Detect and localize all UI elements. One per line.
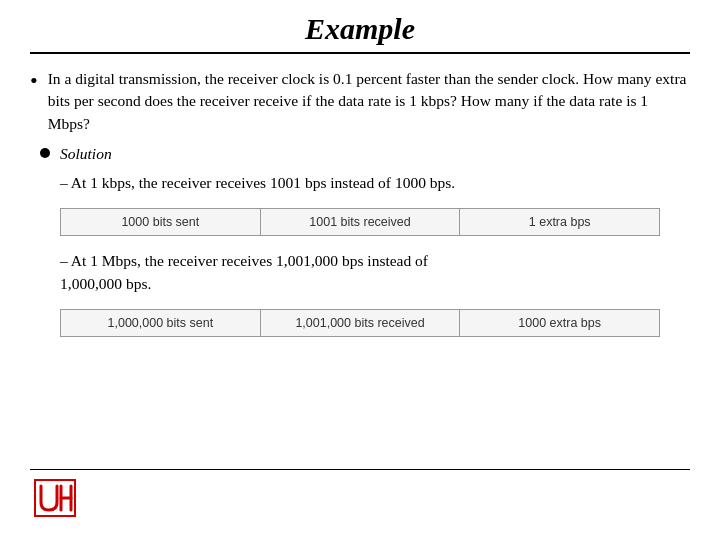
solution-item-2: – At 1 Mbps, the receiver receives 1,001… bbox=[60, 250, 690, 295]
content: • In a digital transmission, the receive… bbox=[30, 54, 690, 469]
bullet-row: • In a digital transmission, the receive… bbox=[30, 68, 690, 135]
solution-item-2-line1: – At 1 Mbps, the receiver receives 1,001… bbox=[60, 252, 428, 269]
diagram-1-cell-3: 1 extra bps bbox=[460, 209, 659, 235]
solution-item-1: – At 1 kbps, the receiver receives 1001 … bbox=[60, 172, 690, 194]
footer bbox=[30, 469, 690, 520]
uh-logo-svg bbox=[33, 478, 77, 518]
solution-row: Solution bbox=[40, 143, 690, 165]
diagram-2-cell-1: 1,000,000 bits sent bbox=[61, 310, 261, 336]
diagram-1-cell-2: 1001 bits received bbox=[261, 209, 461, 235]
diagram-1: 1000 bits sent 1001 bits received 1 extr… bbox=[60, 208, 660, 236]
solution-label: Solution bbox=[60, 143, 112, 165]
page-title: Example bbox=[305, 12, 415, 45]
diagram-2-cell-3: 1000 extra bps bbox=[460, 310, 659, 336]
uh-logo bbox=[30, 476, 80, 520]
diagram-2: 1,000,000 bits sent 1,001,000 bits recei… bbox=[60, 309, 660, 337]
solution-item-1-text: – At 1 kbps, the receiver receives 1001 … bbox=[60, 174, 455, 191]
title-area: Example bbox=[30, 0, 690, 54]
solution-bullet-icon bbox=[40, 148, 50, 158]
solution-item-2-line2: 1,000,000 bps. bbox=[60, 275, 151, 292]
bullet-icon: • bbox=[30, 66, 38, 97]
page: Example • In a digital transmission, the… bbox=[0, 0, 720, 540]
diagram-2-cell-2: 1,001,000 bits received bbox=[261, 310, 461, 336]
bullet-text: In a digital transmission, the receiver … bbox=[48, 68, 690, 135]
diagram-1-cell-1: 1000 bits sent bbox=[61, 209, 261, 235]
